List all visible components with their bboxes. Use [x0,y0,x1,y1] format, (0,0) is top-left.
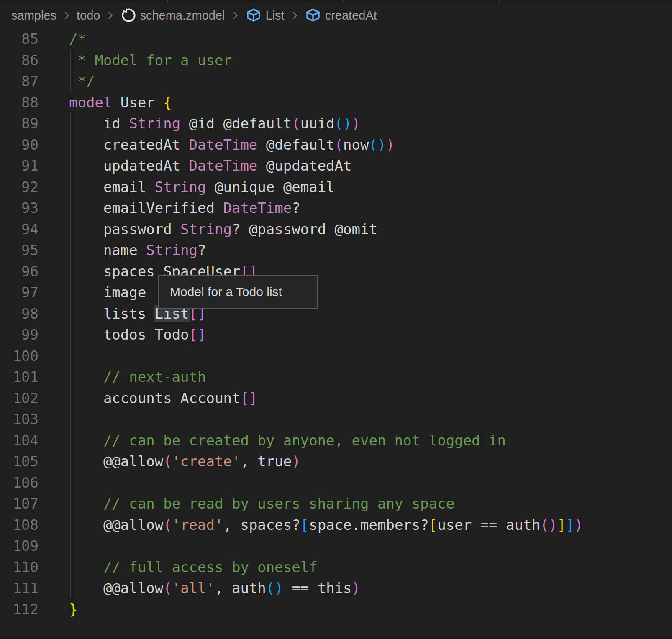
line-number[interactable]: 110 [0,557,38,578]
code-token: image [69,284,146,301]
line-number[interactable]: 98 [0,303,38,325]
line-number[interactable]: 103 [0,409,38,430]
line-number[interactable]: 88 [0,92,38,113]
line-number[interactable]: 86 [0,50,38,71]
line-number[interactable]: 87 [0,71,38,92]
line-number[interactable]: 104 [0,430,38,451]
editor[interactable]: 85/*86 * Model for a user87 */88model Us… [0,28,672,620]
code-line[interactable]: 91 updatedAt DateTime @updatedAt [0,155,672,176]
line-number[interactable]: 91 [0,155,38,176]
line-number[interactable]: 96 [0,261,38,282]
code-text: @@allow('all', auth() == this) [38,578,360,599]
code-token: uuid [300,115,335,132]
breadcrumb-item-samples[interactable]: samples [11,9,56,23]
line-number[interactable]: 100 [0,345,38,367]
breadcrumb-label: List [266,9,285,23]
line-number[interactable]: 107 [0,493,38,514]
code-token: ] [566,516,574,533]
line-number[interactable]: 90 [0,134,38,156]
code-lines: 85/*86 * Model for a user87 */88model Us… [0,28,672,620]
code-text: @@allow('read', spaces?[space.members?[u… [38,514,583,536]
line-number[interactable]: 102 [0,388,38,409]
code-token: ) [352,580,360,596]
code-line[interactable]: 94 password String? @password @omit [0,219,672,240]
code-line[interactable]: 101 // next-auth [0,366,672,388]
code-line[interactable]: 92 email String @unique @email [0,176,672,198]
line-number[interactable]: 97 [0,282,38,303]
code-token: user == auth [437,516,540,533]
chevron-right-icon [289,10,300,21]
code-token: @default [257,136,334,153]
code-line[interactable]: 97 image [0,282,672,303]
code-token: /* [69,31,86,47]
code-token: ) [352,115,360,132]
code-line[interactable]: 109 [0,535,672,557]
code-text: image [38,282,146,303]
code-line[interactable]: 85/* [0,28,672,50]
code-token: [] [240,390,257,406]
line-number[interactable]: 111 [0,578,38,599]
tab-separator [499,0,500,3]
code-text: /* [38,28,86,50]
code-token: space.members? [309,516,429,533]
line-number[interactable]: 101 [0,366,38,388]
line-number[interactable]: 106 [0,472,38,493]
code-line[interactable]: 93 emailVerified DateTime? [0,197,672,219]
code-line[interactable]: 105 @@allow('create', true) [0,451,672,472]
code-token: () [369,136,386,153]
line-number[interactable]: 85 [0,28,38,50]
line-number[interactable]: 93 [0,197,38,219]
line-number[interactable]: 95 [0,240,38,261]
code-token: 'create' [172,453,241,470]
code-line[interactable]: 110 // full access by oneself [0,557,672,578]
breadcrumb-item-file[interactable]: schema.zmodel [120,8,225,23]
line-number[interactable]: 109 [0,535,38,557]
breadcrumb-label: todo [77,9,100,23]
code-line[interactable]: 96 spaces SpaceUser[] [0,261,672,282]
line-number[interactable]: 99 [0,324,38,345]
line-number[interactable]: 105 [0,451,38,472]
code-line[interactable]: 90 createdAt DateTime @default(now()) [0,134,672,156]
code-token: // can be read by users sharing any spac… [69,495,454,512]
code-text: id String @id @default(uuid()) [38,113,360,134]
code-line[interactable]: 86 * Model for a user [0,50,672,71]
code-line[interactable]: 98 lists List[] [0,303,672,325]
code-text: email String @unique @email [38,176,335,198]
code-line[interactable]: 111 @@allow('all', auth() == this) [0,578,672,599]
code-token: 'read' [172,516,223,533]
code-token: 'all' [172,580,215,596]
code-line[interactable]: 100 [0,345,672,367]
code-token: String [146,242,197,258]
code-line[interactable]: 95 name String? [0,240,672,261]
line-number[interactable]: 112 [0,599,38,620]
breadcrumb-item-symbol-createdat[interactable]: createdAt [305,7,377,24]
code-line[interactable]: 104 // can be created by anyone, even no… [0,430,672,451]
code-token: () [335,115,352,132]
code-line[interactable]: 103 [0,409,672,430]
code-text: name String? [38,240,206,261]
code-token: accounts Account [69,390,240,406]
code-line[interactable]: 99 todos Todo[] [0,324,672,345]
line-number[interactable]: 89 [0,113,38,134]
code-text: // can be read by users sharing any spac… [38,493,454,514]
code-line[interactable]: 87 */ [0,71,672,92]
code-line[interactable]: 108 @@allow('read', spaces?[space.member… [0,514,672,536]
code-line[interactable]: 102 accounts Account[] [0,388,672,409]
line-number[interactable]: 94 [0,219,38,240]
line-number[interactable]: 108 [0,514,38,536]
breadcrumb-label: schema.zmodel [140,9,225,23]
code-token: , spaces? [223,516,300,533]
breadcrumb-item-symbol-list[interactable]: List [245,7,285,24]
code-line[interactable]: 107 // can be read by users sharing any … [0,493,672,514]
breadcrumb-item-todo[interactable]: todo [77,9,100,23]
code-line[interactable]: 89 id String @id @default(uuid()) [0,113,672,134]
code-line[interactable]: 106 [0,472,672,493]
code-text: createdAt DateTime @default(now()) [38,134,395,156]
chevron-right-icon [104,10,116,21]
code-token: createdAt [69,136,189,153]
line-number[interactable]: 92 [0,176,38,198]
code-line[interactable]: 88model User { [0,92,672,113]
code-text: // can be created by anyone, even not lo… [38,430,506,451]
code-line[interactable]: 112} [0,599,672,620]
code-token: [ [429,516,437,533]
